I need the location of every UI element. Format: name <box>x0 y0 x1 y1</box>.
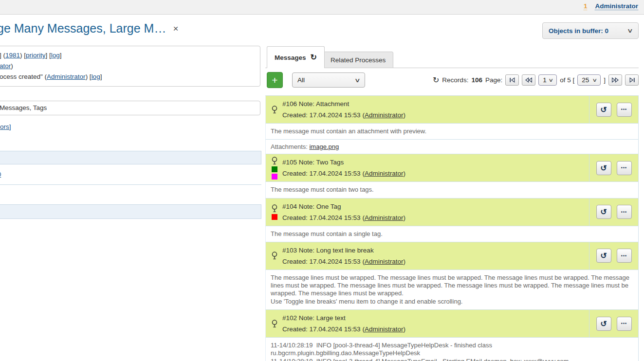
user-bar: 1Administrator <box>0 0 644 15</box>
more-actions-button[interactable]: ••• <box>617 205 632 219</box>
message-created: Created: 17.04.2024 15:53 (Administrator… <box>282 324 589 335</box>
reply-button[interactable]: ↺ <box>596 317 611 331</box>
log-link[interactable]: log <box>51 52 60 59</box>
message-body: The message must contain a single tag. <box>265 226 639 242</box>
executors-link[interactable]: ors] <box>0 123 11 130</box>
message-created: Created: 17.04.2024 15:53 (Administrator… <box>282 109 589 121</box>
message-body: The message must contain two tags. <box>265 182 639 198</box>
message-body: The message must contain an attachment w… <box>265 124 639 140</box>
buffer-label: Objects in buffer: 0 <box>549 27 608 35</box>
message-header: #104 Note: One Tag Created: 17.04.2024 1… <box>265 199 639 226</box>
more-actions-button[interactable]: ••• <box>617 103 632 117</box>
bracket-close: ] <box>604 76 606 84</box>
message-header: #105 Note: Two Tags Created: 17.04.2024 … <box>265 154 639 182</box>
tab-related-label: Related Processes <box>331 56 386 64</box>
note-icon <box>271 157 278 165</box>
page-number-select[interactable]: 1 ∨ <box>538 74 557 86</box>
reply-button[interactable]: ↺ <box>596 249 611 263</box>
messages-panel: Messages ↻ Related Processes + All ∨ ↻ R… <box>265 39 639 361</box>
message-title: #102 Note: Large text <box>282 312 589 324</box>
prev-page-button[interactable] <box>522 74 535 86</box>
chevron-down-icon: ∨ <box>627 27 633 34</box>
process-info-panel: ] (1981) [priority] [log] ator) ocess cr… <box>0 39 261 361</box>
more-actions-button[interactable]: ••• <box>617 161 632 175</box>
message-header: #106 Note: Attachment Created: 17.04.202… <box>265 96 639 124</box>
chevron-down-icon: ∨ <box>592 77 597 83</box>
attachments-label: Attachments: <box>271 143 309 150</box>
page-title: ge Many Messages, Large M… <box>0 21 166 36</box>
reply-button[interactable]: ↺ <box>596 205 611 219</box>
process-summary-box: ] (1981) [priority] [log] ator) ocess cr… <box>0 46 260 87</box>
author-link[interactable]: Administrator <box>365 258 404 265</box>
chevron-down-icon: ∨ <box>354 77 361 84</box>
reply-button[interactable]: ↺ <box>596 161 611 175</box>
records-value: 106 <box>471 76 482 84</box>
first-page-icon <box>509 77 515 83</box>
notification-count[interactable]: 1 <box>584 2 588 10</box>
note-icon <box>271 252 278 260</box>
message-created: Created: 17.04.2024 15:53 (Administrator… <box>282 212 589 223</box>
more-actions-button[interactable]: ••• <box>617 317 632 331</box>
author-link[interactable]: Administrator <box>365 111 404 119</box>
process-summary-line: ocess created" (Administrator) [log] <box>0 72 254 82</box>
author-link[interactable]: Administrator <box>365 214 404 221</box>
tab-messages[interactable]: Messages ↻ <box>267 46 325 68</box>
next-page-button[interactable] <box>608 74 622 86</box>
message-title: #103 Note: Long text line break <box>282 245 589 256</box>
refresh-icon[interactable]: ↻ <box>311 54 317 61</box>
first-page-button[interactable] <box>505 74 519 86</box>
note-icon <box>271 320 278 328</box>
current-user-link[interactable]: Administrator <box>595 2 638 10</box>
message-body: 11-14/10:28:19 INFO [pool-3-thread-4] Me… <box>265 338 639 361</box>
prev-page-icon <box>525 77 533 83</box>
author-link[interactable]: Administrator <box>365 170 404 177</box>
page-size-value: 25 <box>582 76 589 84</box>
reply-button[interactable]: ↺ <box>596 103 611 117</box>
message-created: Created: 17.04.2024 15:53 (Administrator… <box>282 256 589 267</box>
message-header: #103 Note: Long text line break Created:… <box>265 242 639 270</box>
records-label: Records: <box>442 76 468 84</box>
chevron-down-icon: ∨ <box>548 77 553 83</box>
administrator-link[interactable]: Administrator <box>47 73 86 80</box>
priority-link[interactable]: priority <box>26 52 46 59</box>
messages-toolbar: + All ∨ ↻ Records: 106 Page: <box>265 72 639 88</box>
attachment-link[interactable]: image.png <box>309 143 339 150</box>
tag-color-swatch <box>272 174 277 180</box>
page-label: Page: <box>485 76 502 84</box>
process-id-link[interactable]: 1981 <box>5 52 20 59</box>
message-header: #102 Note: Large text Created: 17.04.202… <box>265 310 639 338</box>
page-size-select[interactable]: 25 ∨ <box>577 74 601 86</box>
tag-color-swatch <box>272 214 277 220</box>
last-page-button[interactable] <box>625 74 639 86</box>
refresh-icon[interactable]: ↻ <box>433 76 439 84</box>
left-table-header <box>0 204 261 219</box>
next-page-icon <box>611 77 619 83</box>
process-summary-line: ] (1981) [priority] [log] <box>0 50 254 61</box>
message-filter-select[interactable]: All ∨ <box>292 72 365 88</box>
close-tab-icon[interactable]: × <box>173 24 178 33</box>
message-title: #106 Note: Attachment <box>282 98 589 109</box>
tab-related-processes[interactable]: Related Processes <box>323 52 393 68</box>
message-title: #105 Note: Two Tags <box>282 157 589 168</box>
message-title: #104 Note: One Tag <box>282 201 589 212</box>
last-page-icon <box>629 77 635 83</box>
message-body: The message lines must be wrapped. The m… <box>265 270 639 310</box>
attachments-row: Attachments: image.png <box>265 140 639 154</box>
left-table-count-link[interactable]: 0 <box>0 171 1 178</box>
author-link[interactable]: Administrator <box>365 325 404 333</box>
log-link[interactable]: log <box>92 73 100 80</box>
process-description-box: Messages, Tags <box>0 101 260 115</box>
page-of-label: of 5 [ <box>560 76 574 84</box>
add-message-button[interactable]: + <box>267 72 283 88</box>
process-summary-line: ator) <box>0 61 254 72</box>
filter-value: All <box>297 76 305 84</box>
tab-bar: Messages ↻ Related Processes <box>265 39 639 68</box>
user-link[interactable]: ator <box>0 62 11 70</box>
note-icon <box>271 204 278 213</box>
pagination-bar: ↻ Records: 106 Page: 1 ∨ of 5 [ <box>433 72 639 88</box>
left-table-header <box>0 151 261 164</box>
message-list: #106 Note: Attachment Created: 17.04.202… <box>265 95 639 361</box>
more-actions-button[interactable]: ••• <box>617 249 632 263</box>
objects-in-buffer-button[interactable]: Objects in buffer: 0 ∨ <box>542 22 639 39</box>
tab-messages-label: Messages <box>275 54 306 61</box>
